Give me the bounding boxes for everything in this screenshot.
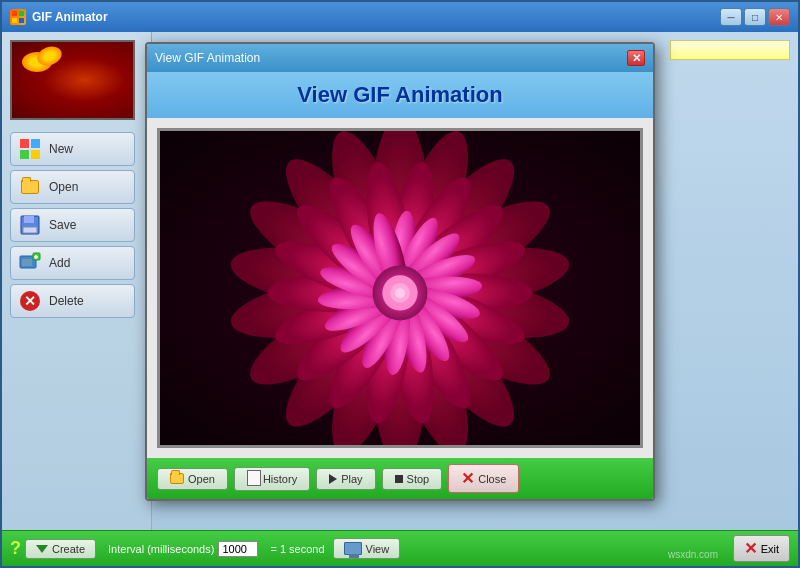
modal-footer: Open History Play Stop ✕: [147, 458, 653, 499]
modal-dialog: View GIF Animation ✕ View GIF Animation: [145, 42, 655, 501]
modal-body: [147, 118, 653, 458]
modal-header: View GIF Animation: [147, 72, 653, 118]
modal-title-bar: View GIF Animation ✕: [147, 44, 653, 72]
modal-title: View GIF Animation: [155, 51, 260, 65]
history-icon: [247, 472, 259, 486]
modal-history-button[interactable]: History: [234, 467, 310, 491]
svg-rect-3: [19, 18, 24, 23]
play-icon: [329, 474, 337, 484]
modal-header-title: View GIF Animation: [157, 82, 643, 108]
modal-footer-close-button[interactable]: ✕ Close: [448, 464, 519, 493]
modal-open-button[interactable]: Open: [157, 468, 228, 490]
close-icon: ✕: [461, 469, 474, 488]
folder-icon: [170, 473, 184, 484]
svg-rect-0: [12, 11, 17, 16]
modal-play-button[interactable]: Play: [316, 468, 375, 490]
close-window-button[interactable]: ✕: [768, 8, 790, 26]
app-content: ssuitesoft.com: [2, 32, 798, 566]
title-bar-left: GIF Animator: [10, 9, 108, 25]
modal-close-label: Close: [478, 473, 506, 485]
title-bar: GIF Animator ─ □ ✕: [2, 2, 798, 32]
modal-overlay: View GIF Animation ✕ View GIF Animation: [2, 32, 798, 566]
modal-history-label: History: [263, 473, 297, 485]
modal-play-label: Play: [341, 473, 362, 485]
svg-rect-2: [12, 18, 17, 23]
modal-open-label: Open: [188, 473, 215, 485]
modal-stop-label: Stop: [407, 473, 430, 485]
svg-rect-1: [19, 11, 24, 16]
svg-point-74: [395, 288, 405, 298]
stop-icon: [395, 475, 403, 483]
gif-display: [157, 128, 643, 448]
maximize-button[interactable]: □: [744, 8, 766, 26]
title-controls: ─ □ ✕: [720, 8, 790, 26]
app-title: GIF Animator: [32, 10, 108, 24]
main-window: GIF Animator ─ □ ✕ ssuitesoft.com: [0, 0, 800, 568]
minimize-button[interactable]: ─: [720, 8, 742, 26]
app-icon: [10, 9, 26, 25]
modal-close-button[interactable]: ✕: [627, 50, 645, 66]
modal-stop-button[interactable]: Stop: [382, 468, 443, 490]
